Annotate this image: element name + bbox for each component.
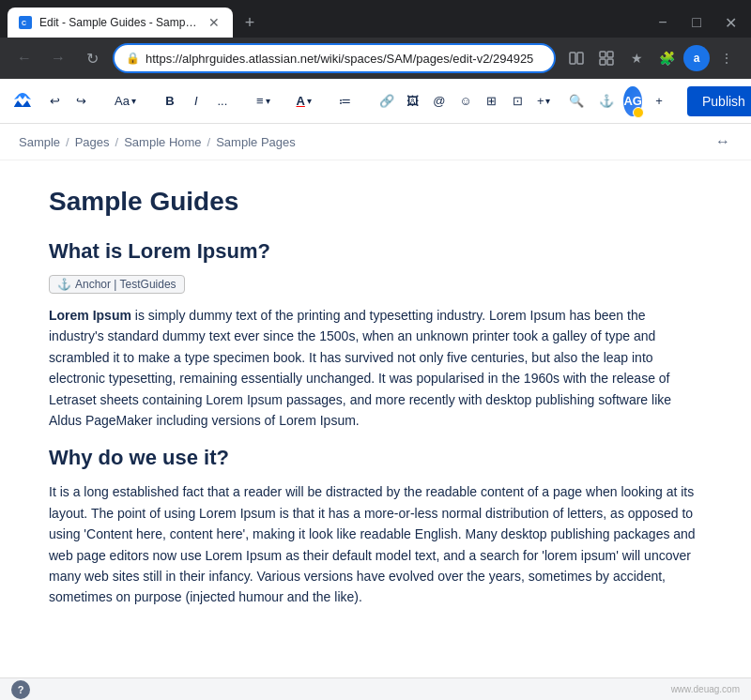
insert-emoji-button[interactable]: ☺ <box>452 88 479 114</box>
url-text: https://alphrguides.atlassian.net/wiki/s… <box>146 52 543 66</box>
svg-rect-6 <box>600 59 605 65</box>
breadcrumb-sep-2: / <box>115 135 119 149</box>
split-screen-icon[interactable] <box>563 45 590 71</box>
page-title: Sample Guides <box>49 187 702 217</box>
svg-rect-4 <box>600 52 605 57</box>
tab-close-button[interactable]: ✕ <box>207 15 222 30</box>
lists-button[interactable]: ≔ <box>332 88 359 114</box>
section1-heading: What is Lorem Ipsum? <box>49 239 702 264</box>
close-window-button[interactable]: ✕ <box>717 9 743 36</box>
insert-table-button[interactable]: ⊞ <box>479 88 505 114</box>
anchor-icon: ⚓ <box>57 278 71 291</box>
back-button[interactable]: ← <box>11 45 38 71</box>
tab-bar: C Edit - Sample Guides - Sample ... ✕ + … <box>0 0 751 38</box>
breadcrumb-sep-3: / <box>207 135 211 149</box>
anchor-label: Anchor | TestGuides <box>75 278 176 291</box>
refresh-button[interactable]: ↻ <box>79 45 105 71</box>
publish-button[interactable]: Publish <box>687 86 751 116</box>
breadcrumb-sample[interactable]: Sample <box>19 135 60 149</box>
collaborators-add-button[interactable]: + <box>646 88 672 114</box>
text-format-group: B I ... <box>157 88 236 114</box>
search-button[interactable]: 🔍 <box>563 88 590 114</box>
section2-heading: Why do we use it? <box>49 446 702 470</box>
active-tab[interactable]: C Edit - Sample Guides - Sample ... ✕ <box>8 8 233 38</box>
profile-icon[interactable]: a <box>683 45 710 71</box>
editor-content: Sample Guides What is Lorem Ipsum? ⚓ Anc… <box>0 160 751 699</box>
extensions-icon[interactable]: 🧩 <box>653 45 680 71</box>
insert-mention-button[interactable]: @ <box>426 88 452 114</box>
lock-icon: 🔒 <box>126 52 140 65</box>
breadcrumb-pages[interactable]: Pages <box>75 135 110 149</box>
grid-icon[interactable] <box>593 45 620 71</box>
svg-text:C: C <box>22 20 26 26</box>
redo-button[interactable]: ↪ <box>68 88 94 114</box>
anchor-badge[interactable]: ⚓ Anchor | TestGuides <box>49 275 185 294</box>
avatar-badge <box>633 107 644 118</box>
bookmark-icon[interactable]: ★ <box>623 45 650 71</box>
user-avatar[interactable]: AG <box>623 86 642 116</box>
svg-rect-5 <box>607 52 613 57</box>
breadcrumb-sep-1: / <box>66 135 69 149</box>
forward-button[interactable]: → <box>45 45 71 71</box>
browser-chrome: C Edit - Sample Guides - Sample ... ✕ + … <box>0 0 751 79</box>
maximize-button[interactable]: □ <box>683 9 710 36</box>
address-bar: ← → ↻ 🔒 https://alphrguides.atlassian.ne… <box>0 38 751 79</box>
tab-favicon: C <box>19 16 32 29</box>
more-text-button[interactable]: ... <box>209 88 236 114</box>
address-right-icons: ★ 🧩 a ⋮ <box>563 45 740 71</box>
help-button[interactable]: ? <box>11 680 30 699</box>
text-color-button[interactable]: A ▾ <box>291 90 317 112</box>
tab-title: Edit - Sample Guides - Sample ... <box>39 16 199 29</box>
text-style-button[interactable]: Aa ▾ <box>109 90 142 112</box>
url-bar[interactable]: 🔒 https://alphrguides.atlassian.net/wiki… <box>113 43 556 73</box>
insert-image-button[interactable]: 🖼 <box>400 88 426 114</box>
editor-toolbar: ↩ ↪ Aa ▾ B I ... ≡ ▾ A ▾ ≔ 🔗 🖼 @ ☺ ⊞ ⊡ +… <box>0 79 751 124</box>
breadcrumb-sample-pages[interactable]: Sample Pages <box>216 135 296 149</box>
browser-menu-button[interactable]: ⋮ <box>713 45 740 71</box>
undo-button[interactable]: ↩ <box>41 88 68 114</box>
breadcrumb-expand-button[interactable]: ↔ <box>715 133 732 150</box>
breadcrumb: Sample / Pages / Sample Home / Sample Pa… <box>19 135 296 149</box>
italic-button[interactable]: I <box>183 88 209 114</box>
watermark: www.deuag.com <box>671 684 740 694</box>
history-group: ↩ ↪ <box>41 88 94 114</box>
lorem-ipsum-bold: Lorem Ipsum <box>49 308 131 323</box>
minimize-button[interactable]: − <box>650 9 676 36</box>
insert-more-button[interactable]: + ▾ <box>531 90 557 112</box>
insert-group: 🔗 🖼 @ ☺ ⊞ ⊡ + ▾ <box>374 88 557 114</box>
insert-link-button[interactable]: 🔗 <box>374 88 400 114</box>
align-button[interactable]: ≡ ▾ <box>251 90 276 112</box>
svg-rect-7 <box>607 59 613 65</box>
breadcrumb-bar: Sample / Pages / Sample Home / Sample Pa… <box>0 124 751 160</box>
bold-button[interactable]: B <box>157 88 183 114</box>
anchor-button[interactable]: ⚓ <box>593 88 620 114</box>
breadcrumb-sample-home[interactable]: Sample Home <box>124 135 201 149</box>
svg-rect-2 <box>570 53 575 64</box>
bottom-bar: ? www.deuag.com <box>0 677 751 700</box>
section2-paragraph: It is a long established fact that a rea… <box>49 481 702 607</box>
svg-rect-3 <box>577 53 583 64</box>
insert-layout-button[interactable]: ⊡ <box>505 88 531 114</box>
window-controls: − □ ✕ <box>650 9 743 36</box>
section1-paragraph-rest: is simply dummy text of the printing and… <box>49 308 671 428</box>
section1-paragraph: Lorem Ipsum is simply dummy text of the … <box>49 305 702 431</box>
new-tab-button[interactable]: + <box>237 9 263 36</box>
confluence-logo <box>11 88 34 114</box>
